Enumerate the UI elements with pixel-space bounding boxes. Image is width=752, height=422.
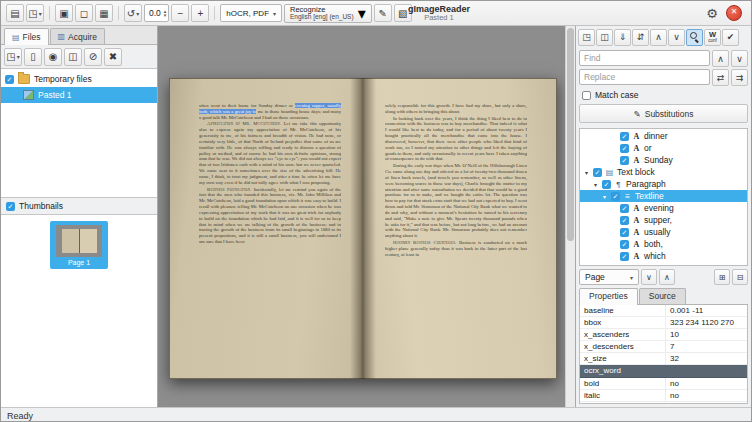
- item-checkbox[interactable]: ✓: [620, 228, 629, 237]
- item-checkbox[interactable]: ✓: [620, 132, 629, 141]
- replace-all-button[interactable]: ⇉: [731, 69, 748, 86]
- manual-ocr-button[interactable]: ✎: [374, 4, 392, 22]
- zoom-in-button[interactable]: +: [191, 4, 209, 22]
- open-hocr-button[interactable]: ◳: [578, 29, 595, 46]
- thumbnail-page-1[interactable]: Page 1: [50, 221, 108, 269]
- book-page-left[interactable]: often went to their home for Sunday dinn…: [169, 78, 363, 379]
- book-page-right[interactable]: solely responsible for this growth. I ha…: [363, 78, 557, 379]
- item-checkbox[interactable]: ✓: [620, 240, 629, 249]
- property-value[interactable]: 10: [666, 329, 747, 340]
- hocr-item-both-[interactable]: ✓Aboth,: [580, 238, 747, 250]
- rotate-button[interactable]: ↺▾: [124, 4, 142, 22]
- ocr-selection-highlight[interactable]: evening supper, usually both, which was …: [199, 103, 341, 114]
- property-row-x_ascenders[interactable]: x_ascenders10: [580, 329, 747, 341]
- tab-acquire[interactable]: ▥Acquire: [50, 28, 105, 44]
- match-case-checkbox[interactable]: [582, 91, 591, 100]
- tree-item-pasted-1[interactable]: Pasted 1: [1, 87, 157, 103]
- expand-all-button[interactable]: ⊞: [714, 269, 730, 285]
- expander-icon[interactable]: ▾: [601, 193, 608, 200]
- expander-icon[interactable]: ▾: [583, 169, 590, 176]
- find-input[interactable]: [579, 50, 710, 66]
- property-row-baseline[interactable]: baseline0.001 -11: [580, 305, 747, 317]
- thumbnails-checkbox[interactable]: ✓: [6, 202, 15, 211]
- nav-prev-button[interactable]: ∧: [659, 269, 675, 285]
- pages-button[interactable]: ▤: [6, 4, 24, 22]
- property-value[interactable]: no: [666, 378, 747, 389]
- property-value[interactable]: no: [666, 390, 747, 401]
- property-section-ocrx_word[interactable]: ocrx_word: [580, 365, 747, 378]
- canvas-scrollbar[interactable]: [565, 26, 575, 407]
- settings-button[interactable]: ⚙: [702, 3, 722, 23]
- hocr-item-which[interactable]: ✓Awhich: [580, 250, 747, 262]
- zoom-fit-button[interactable]: ▣: [55, 4, 73, 22]
- checkbox-checked[interactable]: ✓: [5, 75, 14, 84]
- substitutions-button[interactable]: ✎ Substitutions: [579, 104, 748, 123]
- spinner-arrows-icon[interactable]: ▴▾: [164, 9, 167, 17]
- replace-input[interactable]: [579, 69, 710, 85]
- property-row-x_descenders[interactable]: x_descenders7: [580, 341, 747, 353]
- hocr-item-or[interactable]: ✓Aor: [580, 142, 747, 154]
- navigation-settings-button[interactable]: ⇵: [632, 29, 649, 46]
- hocr-item-dinner[interactable]: ✓Adinner: [580, 130, 747, 142]
- item-checkbox[interactable]: ✓: [620, 216, 629, 225]
- hocr-item-usually[interactable]: ✓Ausually: [580, 226, 747, 238]
- tab-properties[interactable]: Properties: [579, 288, 638, 305]
- next-item-button[interactable]: ∨: [668, 29, 685, 46]
- zoom-out-button[interactable]: −: [171, 4, 189, 22]
- tree-item-temporary-files[interactable]: ✓ Temporary files: [1, 71, 157, 87]
- replace-button[interactable]: ⇄: [712, 69, 729, 86]
- item-checkbox[interactable]: ✓: [611, 192, 620, 201]
- nav-next-button[interactable]: ∨: [641, 269, 657, 285]
- hocr-item-evening[interactable]: ✓Aevening: [580, 202, 747, 214]
- property-row-italic[interactable]: italicno: [580, 390, 747, 402]
- expander-icon[interactable]: ▾: [592, 181, 599, 188]
- rotation-spinbox[interactable]: 0.0 ▴▾: [144, 4, 169, 22]
- property-row-bold[interactable]: boldno: [580, 378, 747, 390]
- item-checkbox[interactable]: ✓: [620, 252, 629, 261]
- find-prev-button[interactable]: ∧: [712, 50, 729, 67]
- wconf-button[interactable]: W conf: [704, 29, 721, 46]
- tab-source[interactable]: Source: [639, 288, 686, 304]
- find-replace-button[interactable]: [686, 29, 703, 46]
- delete-image-button[interactable]: ⊘: [84, 48, 102, 66]
- tab-files[interactable]: ▤Files: [4, 28, 49, 45]
- property-row-x_size[interactable]: x_size32: [580, 353, 747, 365]
- save-hocr-button[interactable]: ◫: [596, 29, 613, 46]
- item-checkbox[interactable]: ✓: [620, 204, 629, 213]
- property-row-bbox[interactable]: bbox323 234 1120 270: [580, 317, 747, 329]
- item-checkbox[interactable]: ✓: [602, 180, 611, 189]
- document-canvas[interactable]: often went to their home for Sunday dinn…: [158, 26, 575, 407]
- export-button[interactable]: ⇓: [614, 29, 631, 46]
- hocr-item-textline[interactable]: ▾✓≡Textline: [580, 190, 747, 202]
- ocr-mode-combo[interactable]: hOCR, PDF▾: [220, 4, 282, 22]
- hocr-item-text-block[interactable]: ▾✓▤Text block: [580, 166, 747, 178]
- item-checkbox[interactable]: ✓: [620, 144, 629, 153]
- scrollbar-thumb[interactable]: [567, 28, 574, 241]
- property-value[interactable]: 7: [666, 341, 747, 352]
- property-value[interactable]: 32: [666, 353, 747, 364]
- property-value[interactable]: en_US: [666, 402, 747, 404]
- screenshot-button[interactable]: ◉: [44, 48, 62, 66]
- open-images-button[interactable]: ◳▾: [4, 48, 22, 66]
- property-value[interactable]: 323 234 1120 270: [666, 317, 747, 328]
- spellcheck-button[interactable]: ✔: [722, 29, 739, 46]
- clear-images-button[interactable]: ✖: [104, 48, 122, 66]
- hocr-item-supper-[interactable]: ✓Asupper,: [580, 214, 747, 226]
- navigation-target-combo[interactable]: Page ▾: [579, 269, 639, 285]
- item-checkbox[interactable]: ✓: [593, 168, 602, 177]
- close-button[interactable]: ✕: [726, 5, 742, 21]
- property-row-lang[interactable]: langen_US: [580, 402, 747, 404]
- paste-button[interactable]: ▯: [24, 48, 42, 66]
- hocr-item-paragraph[interactable]: ▾✓¶Paragraph: [580, 178, 747, 190]
- open-button[interactable]: ◳▾: [26, 4, 44, 22]
- scanned-book[interactable]: often went to their home for Sunday dinn…: [169, 78, 557, 379]
- prev-item-button[interactable]: ∧: [650, 29, 667, 46]
- item-checkbox[interactable]: ✓: [620, 156, 629, 165]
- recognize-button[interactable]: Recognize English [eng] (en_US) ▾: [284, 4, 372, 23]
- property-value[interactable]: 0.001 -11: [666, 305, 747, 316]
- autolayout-button[interactable]: ▦: [95, 4, 113, 22]
- save-image-button[interactable]: ◫: [64, 48, 82, 66]
- output-pane-button[interactable]: ▧: [394, 4, 412, 22]
- collapse-all-button[interactable]: ⊟: [732, 269, 748, 285]
- hocr-item-sunday[interactable]: ✓ASunday: [580, 154, 747, 166]
